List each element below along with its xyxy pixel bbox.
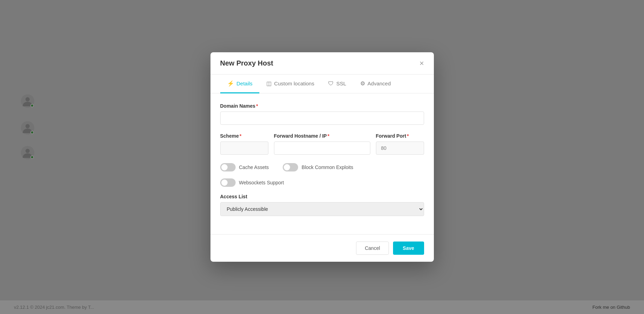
scheme-input[interactable]: http — [220, 141, 268, 155]
forward-port-col: Forward Port* — [376, 133, 424, 155]
scheme-label: Scheme* — [220, 133, 268, 139]
cancel-button[interactable]: Cancel — [356, 242, 389, 255]
tab-advanced-label: Advanced — [368, 81, 391, 86]
tab-ssl-label: SSL — [336, 81, 346, 86]
websockets-toggle[interactable] — [220, 178, 236, 187]
required-indicator: * — [327, 133, 329, 139]
close-button[interactable]: × — [420, 60, 424, 67]
modal-tabs: ⚡ Details ◫ Custom locations 🛡 SSL ⚙ Adv… — [210, 75, 434, 93]
required-indicator: * — [407, 133, 409, 139]
gear-icon: ⚙ — [360, 80, 365, 87]
required-indicator: * — [256, 103, 258, 109]
tab-custom-locations-label: Custom locations — [274, 81, 314, 86]
layers-icon: ◫ — [266, 80, 272, 87]
websockets-toggle-group: Websockets Support — [220, 178, 284, 187]
tab-advanced[interactable]: ⚙ Advanced — [353, 75, 398, 93]
modal-overlay: New Proxy Host × ⚡ Details ◫ Custom loca… — [0, 0, 644, 314]
modal-title: New Proxy Host — [220, 59, 273, 67]
cache-assets-toggle[interactable] — [220, 163, 236, 171]
cache-assets-toggle-group: Cache Assets — [220, 163, 269, 171]
forward-port-label: Forward Port* — [376, 133, 424, 139]
forward-hostname-col: Forward Hostname / IP* — [274, 133, 370, 155]
block-exploits-label: Block Common Exploits — [302, 164, 353, 170]
scheme-col: Scheme* http — [220, 133, 268, 155]
toggles-row-2: Websockets Support — [220, 178, 424, 187]
forward-hostname-input[interactable] — [274, 141, 370, 155]
lightning-icon: ⚡ — [227, 80, 234, 87]
tab-ssl[interactable]: 🛡 SSL — [321, 75, 353, 93]
tab-details-label: Details — [237, 81, 253, 86]
modal-header: New Proxy Host × — [210, 52, 434, 75]
save-button[interactable]: Save — [393, 242, 424, 255]
required-indicator: * — [239, 133, 241, 139]
shield-icon: 🛡 — [328, 81, 334, 87]
toggles-row-1: Cache Assets Block Common Exploits — [220, 163, 424, 171]
modal-footer: Cancel Save — [210, 234, 434, 262]
domain-names-label: Domain Names* — [220, 103, 424, 109]
forward-hostname-label: Forward Hostname / IP* — [274, 133, 370, 139]
websockets-label: Websockets Support — [239, 180, 284, 185]
block-exploits-toggle-group: Block Common Exploits — [283, 163, 353, 171]
modal-body: Domain Names* Scheme* http Forward Hostn… — [210, 93, 434, 234]
access-list-select[interactable]: Publicly Accessible — [220, 202, 424, 216]
connection-fields-row: Scheme* http Forward Hostname / IP* Forw… — [220, 133, 424, 155]
access-list-group: Access List Publicly Accessible — [220, 194, 424, 216]
forward-port-input[interactable] — [376, 141, 424, 155]
tab-details[interactable]: ⚡ Details — [220, 75, 260, 93]
domain-names-group: Domain Names* — [220, 103, 424, 125]
block-exploits-toggle[interactable] — [283, 163, 298, 171]
access-list-label: Access List — [220, 194, 424, 199]
domain-names-input[interactable] — [220, 112, 424, 125]
cache-assets-label: Cache Assets — [239, 164, 269, 170]
tab-custom-locations[interactable]: ◫ Custom locations — [259, 75, 321, 93]
new-proxy-host-modal: New Proxy Host × ⚡ Details ◫ Custom loca… — [210, 52, 434, 262]
